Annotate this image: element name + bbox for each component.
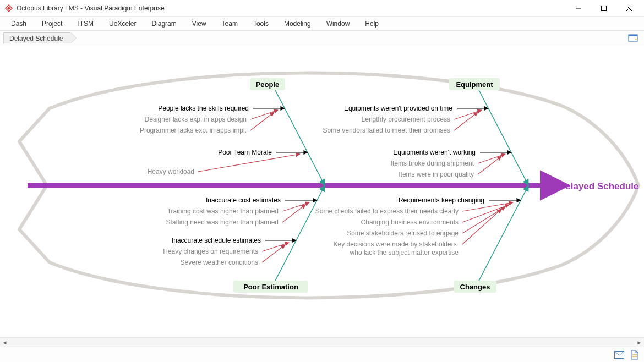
subcause-label[interactable]: Lengthly procurement process <box>362 116 450 123</box>
subcause-arrow <box>198 154 300 172</box>
panel-toggle-icon[interactable] <box>627 32 638 43</box>
menu-tools[interactable]: Tools <box>245 17 276 30</box>
statusbar <box>0 347 644 362</box>
subcause-arrow <box>478 154 505 163</box>
subcause-label[interactable]: Changing business environments <box>361 218 459 226</box>
subcause-arrow <box>462 209 501 244</box>
subcause-label[interactable]: Items were in poor quality <box>399 171 474 178</box>
subcause-label[interactable]: Severe weather conditions <box>181 259 258 266</box>
window-title: Octopus Library LMS - Visual Paradigm En… <box>17 4 566 12</box>
svg-rect-8 <box>629 35 637 36</box>
menu-dash[interactable]: Dash <box>3 17 34 30</box>
mail-icon[interactable] <box>614 350 624 360</box>
cause-label[interactable]: Poor Team Morale <box>218 149 272 156</box>
menu-help[interactable]: Help <box>357 17 386 30</box>
subcause-label[interactable]: Some clients failed to express their nee… <box>315 207 459 215</box>
subcause-label[interactable]: Training cost was higher than planned <box>167 207 279 215</box>
cause-label[interactable]: People lacks the skills required <box>158 105 249 112</box>
subcause-label[interactable]: Some stakeholders refused to engage <box>347 229 459 237</box>
maximize-button[interactable] <box>591 0 616 17</box>
scroll-left-arrow[interactable]: ◄ <box>0 338 9 347</box>
menu-modeling[interactable]: Modeling <box>276 17 319 30</box>
category-label-changes: Changes <box>460 283 490 291</box>
bone-people <box>274 87 325 185</box>
cause-label[interactable]: Inaccurate schedule estimates <box>172 237 261 244</box>
menu-view[interactable]: View <box>184 17 214 30</box>
category-label-people: People <box>256 80 280 89</box>
subcause-label[interactable]: Heavy changes on requirements <box>163 248 258 255</box>
cause-label[interactable]: Equipments weren't provided on time <box>344 105 452 112</box>
subcause-arrow <box>454 112 478 130</box>
breadcrumb-bar: Delayed Schedule <box>0 31 644 45</box>
titlebar: Octopus Library LMS - Visual Paradigm En… <box>0 0 644 17</box>
subcause-label[interactable]: Heavy workload <box>148 168 194 175</box>
subcause-arrow <box>478 156 501 174</box>
minimize-button[interactable] <box>566 0 591 17</box>
menu-diagram[interactable]: Diagram <box>144 17 184 30</box>
cause-label[interactable]: Equipments weren't working <box>393 149 476 156</box>
subcause-arrow <box>250 110 278 119</box>
cause-label[interactable]: Inaccurate cost estimates <box>206 196 281 204</box>
menu-team[interactable]: Team <box>214 17 245 30</box>
app-icon <box>4 4 13 13</box>
breadcrumb-current[interactable]: Delayed Schedule <box>3 32 70 43</box>
menu-project[interactable]: Project <box>34 17 70 30</box>
subcause-label[interactable]: Staffing need was higher than planned <box>166 218 279 226</box>
subcause-arrow <box>454 110 482 119</box>
category-label-poor-estimation: Poor Estimation <box>243 283 298 291</box>
window-controls <box>566 0 642 17</box>
subcause-label[interactable]: Designer lacks exp. in apps design <box>145 116 247 123</box>
document-icon[interactable] <box>630 350 640 360</box>
svg-rect-4 <box>602 6 607 10</box>
menu-uexceler[interactable]: UeXceler <box>101 17 144 30</box>
subcause-label[interactable]: Programmer lacks exp. in apps impl. <box>140 127 247 134</box>
menu-window[interactable]: Window <box>319 17 358 30</box>
subcause-label[interactable]: Key decisions were made by stakeholders … <box>334 240 459 256</box>
scroll-right-arrow[interactable]: ► <box>635 338 644 347</box>
menu-itsm[interactable]: ITSM <box>70 17 101 30</box>
cause-label[interactable]: Requirements keep changing <box>399 196 484 204</box>
subcause-arrow <box>282 202 309 211</box>
subcause-label[interactable]: Items broke during shipment <box>391 160 474 167</box>
diagram-canvas[interactable]: Delayed Schedule People People lacks the… <box>0 45 644 340</box>
close-button[interactable] <box>616 0 642 17</box>
category-label-equipment: Equipment <box>456 80 493 89</box>
bone-equipment <box>477 87 528 185</box>
menubar: Dash Project ITSM UeXceler Diagram View … <box>0 17 644 31</box>
subcause-label[interactable]: Some vendors failed to meet their promis… <box>323 127 450 134</box>
effect-label: Delayed Schedule <box>559 181 639 191</box>
svg-marker-9 <box>635 39 637 40</box>
subcause-arrow <box>250 112 274 130</box>
horizontal-scrollbar[interactable]: ◄ ► <box>0 337 644 347</box>
subcause-arrow <box>262 243 289 251</box>
